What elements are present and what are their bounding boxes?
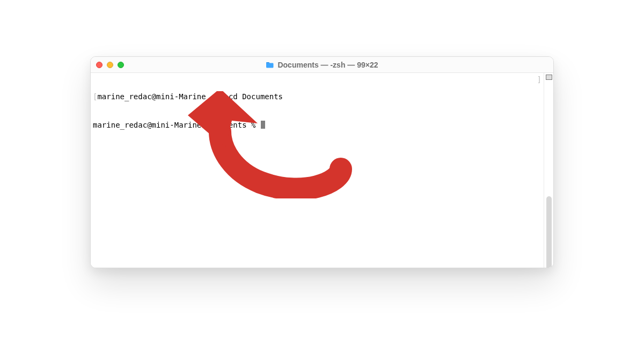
terminal-window: Documents — -zsh — 99×22 marine_redac@mi… <box>90 56 554 268</box>
command-1: cd Documents <box>229 92 283 101</box>
right-bracket-glyph: ] <box>537 75 541 84</box>
window-title: Documents — -zsh — 99×22 <box>91 61 553 69</box>
prompt-2: marine_redac@mini-Marine Documents % <box>93 121 260 129</box>
prompt-1: marine_redac@mini-Marine ~ % <box>97 92 228 101</box>
minimize-button[interactable] <box>107 62 113 68</box>
close-button[interactable] <box>96 62 103 68</box>
terminal-line-2: marine_redac@mini-Marine Documents % <box>93 120 541 130</box>
text-cursor <box>261 121 265 129</box>
terminal-content[interactable]: marine_redac@mini-Marine ~ % cd Document… <box>91 73 544 268</box>
zoom-button[interactable] <box>118 62 124 68</box>
window-title-text: Documents — -zsh — 99×22 <box>277 61 378 69</box>
scrollbar-thumb[interactable] <box>546 196 552 268</box>
titlebar[interactable]: Documents — -zsh — 99×22 <box>91 57 553 73</box>
stage: Documents — -zsh — 99×22 marine_redac@mi… <box>0 0 644 362</box>
traffic-lights <box>96 62 124 68</box>
terminal-area[interactable]: marine_redac@mini-Marine ~ % cd Document… <box>91 73 553 268</box>
folder-icon <box>266 61 274 69</box>
gutter-icon <box>546 75 552 80</box>
terminal-line-1: marine_redac@mini-Marine ~ % cd Document… <box>93 92 541 101</box>
